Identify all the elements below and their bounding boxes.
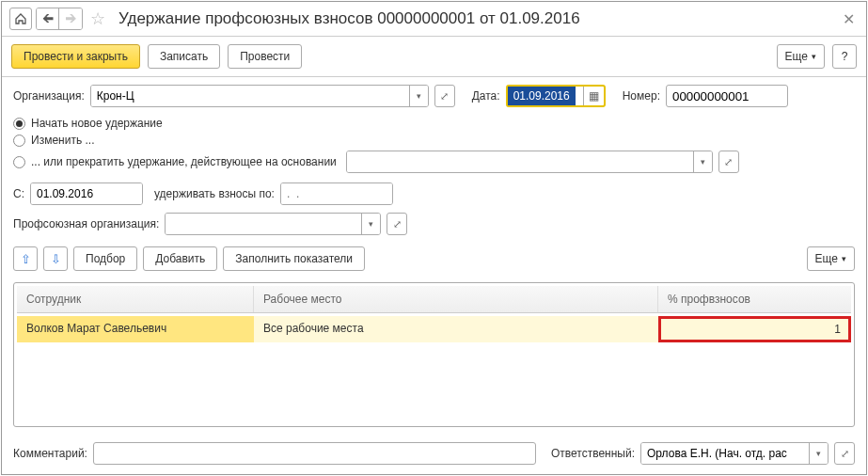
radio-start-label: Начать новое удержание xyxy=(31,117,163,130)
chevron-down-icon: ▾ xyxy=(369,219,373,229)
home-icon xyxy=(14,12,27,25)
radio-stop-label: ... или прекратить удержание, действующе… xyxy=(31,155,337,168)
radio-change-row[interactable]: Изменить ... xyxy=(13,132,855,149)
number-input[interactable] xyxy=(666,85,788,107)
table-row[interactable]: Волков Марат Савельевич Все рабочие мест… xyxy=(17,316,851,342)
table-more-button[interactable]: Еще ▾ xyxy=(807,246,855,271)
home-button[interactable] xyxy=(9,8,32,30)
table-toolbar: ⇧ ⇩ Подбор Добавить Заполнить показатели… xyxy=(13,243,855,271)
back-button[interactable]: 🡰 xyxy=(37,8,59,29)
cell-percent[interactable]: 1 xyxy=(658,316,851,342)
organization-dropdown[interactable]: ▾ xyxy=(409,86,428,106)
close-button[interactable]: ✕ xyxy=(839,10,859,28)
organization-combo[interactable]: ▾ xyxy=(90,85,429,107)
chevron-down-icon: ▾ xyxy=(417,91,421,101)
chevron-down-icon: ▾ xyxy=(812,52,816,61)
star-icon: ☆ xyxy=(90,8,105,29)
add-button[interactable]: Добавить xyxy=(143,246,217,271)
date-field[interactable]: 01.09.2016 ▦ xyxy=(506,85,606,107)
comment-input[interactable] xyxy=(93,442,536,465)
fill-button[interactable]: Заполнить показатели xyxy=(223,246,365,271)
responsible-combo[interactable]: ▾ xyxy=(640,442,829,465)
basis-combo[interactable]: ▾ xyxy=(346,151,713,173)
responsible-dropdown[interactable]: ▾ xyxy=(809,443,828,464)
to-label: удерживать взносы по: xyxy=(154,187,275,200)
comment-label: Комментарий: xyxy=(13,447,87,460)
arrow-up-icon: ⇧ xyxy=(21,252,31,266)
from-date-field[interactable]: ▦ xyxy=(30,182,143,205)
close-icon: ✕ xyxy=(843,11,855,27)
footer: Комментарий: Ответственный: ▾ ⤢ xyxy=(2,435,866,474)
chevron-down-icon: ▾ xyxy=(842,254,846,263)
content-area: Организация: ▾ ⤢ Дата: 01.09.2016 ▦ Номе… xyxy=(2,77,866,435)
save-button[interactable]: Записать xyxy=(148,44,220,69)
titlebar: 🡰 🡲 ☆ Удержание профсоюзных взносов 0000… xyxy=(2,2,866,37)
arrow-down-icon: ⇩ xyxy=(51,252,61,266)
date-picker-button[interactable]: ▦ xyxy=(583,87,604,105)
favorite-button[interactable]: ☆ xyxy=(87,8,109,30)
union-open-button[interactable]: ⤢ xyxy=(387,213,407,235)
move-up-button[interactable]: ⇧ xyxy=(13,246,38,271)
union-dropdown[interactable]: ▾ xyxy=(361,214,380,234)
union-combo[interactable]: ▾ xyxy=(165,213,381,235)
from-date-input[interactable] xyxy=(31,183,143,204)
window-title: Удержание профсоюзных взносов 0000000000… xyxy=(118,9,835,28)
from-label: С: xyxy=(13,187,24,200)
main-toolbar: Провести и закрыть Записать Провести Еще… xyxy=(2,37,866,77)
organization-input[interactable] xyxy=(91,86,409,106)
union-row: Профсоюзная организация: ▾ ⤢ xyxy=(13,213,855,235)
union-label: Профсоюзная организация: xyxy=(13,217,159,230)
date-value: 01.09.2016 xyxy=(508,87,576,105)
col-percent[interactable]: % профвзносов xyxy=(658,286,851,312)
app-window: 🡰 🡲 ☆ Удержание профсоюзных взносов 0000… xyxy=(1,1,867,475)
open-icon: ⤢ xyxy=(724,156,733,168)
radio-group: Начать новое удержание Изменить ... ... … xyxy=(13,115,855,175)
basis-open-button[interactable]: ⤢ xyxy=(718,151,739,173)
calendar-icon: ▦ xyxy=(589,89,599,103)
table-header: Сотрудник Рабочее место % профвзносов xyxy=(17,286,851,313)
number-label: Номер: xyxy=(623,89,660,103)
responsible-label: Ответственный: xyxy=(551,447,635,460)
basis-input[interactable] xyxy=(347,151,693,172)
more-button[interactable]: Еще ▾ xyxy=(777,44,825,69)
table-body: Волков Марат Савельевич Все рабочие мест… xyxy=(17,316,851,426)
forward-button[interactable]: 🡲 xyxy=(59,8,82,29)
union-input[interactable] xyxy=(166,214,361,234)
header-row: Организация: ▾ ⤢ Дата: 01.09.2016 ▦ Номе… xyxy=(13,85,855,107)
responsible-open-button[interactable]: ⤢ xyxy=(834,442,855,465)
radio-start-row[interactable]: Начать новое удержание xyxy=(13,115,855,132)
radio-start[interactable] xyxy=(13,118,25,130)
cell-employee[interactable]: Волков Марат Савельевич xyxy=(17,316,254,342)
date-label: Дата: xyxy=(472,89,500,103)
col-workplace[interactable]: Рабочее место xyxy=(254,286,658,312)
period-row: С: ▦ удерживать взносы по: ▦ xyxy=(13,182,855,205)
cell-workplace[interactable]: Все рабочие места xyxy=(254,316,658,342)
employees-table: Сотрудник Рабочее место % профвзносов Во… xyxy=(13,282,855,427)
to-date-input[interactable] xyxy=(281,183,393,204)
move-down-button[interactable]: ⇩ xyxy=(43,246,68,271)
to-date-field[interactable]: ▦ xyxy=(280,182,393,205)
help-button[interactable]: ? xyxy=(832,44,857,69)
radio-stop[interactable] xyxy=(13,156,25,168)
basis-dropdown[interactable]: ▾ xyxy=(693,151,712,172)
col-employee[interactable]: Сотрудник xyxy=(17,286,254,312)
chevron-down-icon: ▾ xyxy=(701,157,705,167)
radio-change[interactable] xyxy=(13,135,25,147)
organization-open-button[interactable]: ⤢ xyxy=(434,85,455,107)
open-icon: ⤢ xyxy=(393,218,402,230)
chevron-down-icon: ▾ xyxy=(816,449,821,458)
post-and-close-button[interactable]: Провести и закрыть xyxy=(11,44,140,69)
radio-change-label: Изменить ... xyxy=(31,134,94,147)
organization-label: Организация: xyxy=(13,89,85,103)
open-icon: ⤢ xyxy=(841,448,849,460)
nav-group: 🡰 🡲 xyxy=(36,8,83,30)
radio-stop-row[interactable]: ... или прекратить удержание, действующе… xyxy=(13,149,855,175)
pick-button[interactable]: Подбор xyxy=(73,246,137,271)
responsible-input[interactable] xyxy=(641,443,809,464)
post-button[interactable]: Провести xyxy=(228,44,302,69)
open-icon: ⤢ xyxy=(440,90,449,103)
